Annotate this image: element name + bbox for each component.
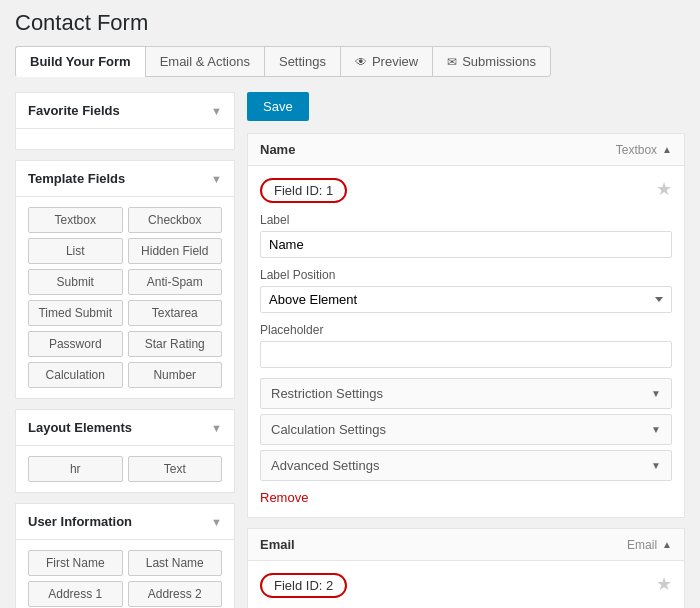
field-card-email: Email Email ▲ Field ID: 2 ★ Label — [247, 528, 685, 608]
sidebar-section-header-user-info[interactable]: User Information ▼ — [16, 504, 234, 540]
sidebar-section-title-favorite: Favorite Fields — [28, 103, 120, 118]
collapse-arrow-icon[interactable]: ▲ — [662, 539, 672, 550]
field-btn-calculation[interactable]: Calculation — [28, 362, 123, 388]
sidebar-section-header-favorite[interactable]: Favorite Fields ▼ — [16, 93, 234, 129]
form-group-label-position-1: Label Position Above Element — [260, 268, 672, 313]
layout-fields-grid: hr Text — [28, 456, 222, 482]
field-btn-password[interactable]: Password — [28, 331, 123, 357]
main-layout: Favorite Fields ▼ Template Fields ▼ Text… — [15, 92, 685, 608]
field-btn-checkbox[interactable]: Checkbox — [128, 207, 223, 233]
sidebar-section-body-template: Textbox Checkbox List Hidden Field Submi… — [16, 197, 234, 398]
field-card-title-email: Email — [260, 537, 295, 552]
template-fields-grid: Textbox Checkbox List Hidden Field Submi… — [28, 207, 222, 388]
chevron-down-icon: ▼ — [211, 173, 222, 185]
field-id-badge-2: Field ID: 2 — [260, 573, 347, 598]
sidebar-section-title-layout: Layout Elements — [28, 420, 132, 435]
accordion-advanced[interactable]: Advanced Settings ▼ — [260, 450, 672, 481]
label-position-select-1[interactable]: Above Element — [260, 286, 672, 313]
eye-icon: 👁 — [355, 55, 367, 69]
chevron-down-icon: ▼ — [211, 516, 222, 528]
accordion-calculation[interactable]: Calculation Settings ▼ — [260, 414, 672, 445]
field-btn-last-name[interactable]: Last Name — [128, 550, 223, 576]
field-btn-first-name[interactable]: First Name — [28, 550, 123, 576]
tab-submissions[interactable]: ✉ Submissions — [432, 46, 551, 77]
form-group-label-1: Label — [260, 213, 672, 258]
content-area: Save Name Textbox ▲ Field ID: 1 ★ — [247, 92, 685, 608]
field-btn-hr[interactable]: hr — [28, 456, 123, 482]
field-btn-number[interactable]: Number — [128, 362, 223, 388]
field-btn-list[interactable]: List — [28, 238, 123, 264]
tabs-bar: Build Your Form Email & Actions Settings… — [15, 46, 685, 77]
label-input-1[interactable] — [260, 231, 672, 258]
sidebar-section-layout: Layout Elements ▼ hr Text — [15, 409, 235, 493]
chevron-down-icon: ▼ — [211, 105, 222, 117]
field-btn-anti-spam[interactable]: Anti-Spam — [128, 269, 223, 295]
chevron-down-icon: ▼ — [651, 388, 661, 399]
favorite-star-button-2[interactable]: ★ — [656, 573, 672, 595]
field-btn-address2[interactable]: Address 2 — [128, 581, 223, 607]
placeholder-input-1[interactable] — [260, 341, 672, 368]
save-button[interactable]: Save — [247, 92, 309, 121]
accordions-1: Restriction Settings ▼ Calculation Setti… — [260, 378, 672, 481]
label-position-label: Label Position — [260, 268, 672, 282]
sidebar-section-favorite: Favorite Fields ▼ — [15, 92, 235, 150]
sidebar-section-title-user-info: User Information — [28, 514, 132, 529]
placeholder-label: Placeholder — [260, 323, 672, 337]
chevron-down-icon: ▼ — [651, 424, 661, 435]
sidebar-section-body-user-info: First Name Last Name Address 1 Address 2… — [16, 540, 234, 608]
sidebar: Favorite Fields ▼ Template Fields ▼ Text… — [15, 92, 235, 608]
tab-email[interactable]: Email & Actions — [145, 46, 264, 77]
field-btn-hidden-field[interactable]: Hidden Field — [128, 238, 223, 264]
field-btn-textarea[interactable]: Textarea — [128, 300, 223, 326]
chevron-down-icon: ▼ — [651, 460, 661, 471]
accordion-restriction[interactable]: Restriction Settings ▼ — [260, 378, 672, 409]
field-btn-star-rating[interactable]: Star Rating — [128, 331, 223, 357]
field-btn-address1[interactable]: Address 1 — [28, 581, 123, 607]
favorite-star-button-1[interactable]: ★ — [656, 178, 672, 200]
mail-icon: ✉ — [447, 55, 457, 69]
field-btn-timed-submit[interactable]: Timed Submit — [28, 300, 123, 326]
form-group-placeholder-1: Placeholder — [260, 323, 672, 368]
sidebar-section-user-info: User Information ▼ First Name Last Name … — [15, 503, 235, 608]
field-card-body-email: Field ID: 2 ★ Label — [248, 561, 684, 608]
sidebar-section-template: Template Fields ▼ Textbox Checkbox List … — [15, 160, 235, 399]
field-btn-submit[interactable]: Submit — [28, 269, 123, 295]
sidebar-section-header-template[interactable]: Template Fields ▼ — [16, 161, 234, 197]
sidebar-section-header-layout[interactable]: Layout Elements ▼ — [16, 410, 234, 446]
field-card-name: Name Textbox ▲ Field ID: 1 ★ Label — [247, 133, 685, 518]
field-type-label: Textbox — [616, 143, 657, 157]
field-id-badge-1: Field ID: 1 — [260, 178, 347, 203]
sidebar-section-body-layout: hr Text — [16, 446, 234, 492]
field-btn-text[interactable]: Text — [128, 456, 223, 482]
remove-link-1[interactable]: Remove — [260, 490, 308, 505]
field-card-type-email: Email ▲ — [627, 538, 672, 552]
chevron-down-icon: ▼ — [211, 422, 222, 434]
collapse-arrow-icon[interactable]: ▲ — [662, 144, 672, 155]
tab-build[interactable]: Build Your Form — [15, 46, 145, 77]
field-card-type-name: Textbox ▲ — [616, 143, 672, 157]
page-title: Contact Form — [15, 10, 685, 36]
field-type-label-email: Email — [627, 538, 657, 552]
label-field-label: Label — [260, 213, 672, 227]
field-btn-textbox[interactable]: Textbox — [28, 207, 123, 233]
sidebar-section-title-template: Template Fields — [28, 171, 125, 186]
tab-settings[interactable]: Settings — [264, 46, 340, 77]
sidebar-section-body-favorite — [16, 129, 234, 149]
field-card-title-name: Name — [260, 142, 295, 157]
field-card-header-email: Email Email ▲ — [248, 529, 684, 561]
user-info-fields-grid: First Name Last Name Address 1 Address 2… — [28, 550, 222, 608]
tab-preview[interactable]: 👁 Preview — [340, 46, 432, 77]
field-card-header-name: Name Textbox ▲ — [248, 134, 684, 166]
field-card-body-name: Field ID: 1 ★ Label Label Position Above… — [248, 166, 684, 517]
